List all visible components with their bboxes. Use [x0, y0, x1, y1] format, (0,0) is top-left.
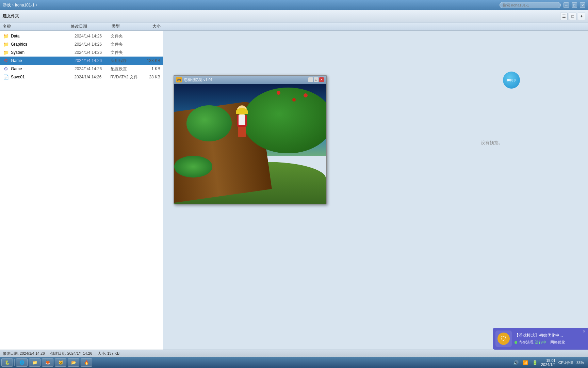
tray-icon-2: 📶 — [522, 359, 529, 366]
col-modified[interactable]: 修改日期 — [68, 24, 109, 29]
file-item-game-config[interactable]: ⚙ Game 2024/1/4 14:26 配置设置 1 KB — [0, 65, 163, 73]
file-meta-graphics: 2024/1/4 14:26 — [75, 42, 109, 47]
bush-left — [174, 156, 212, 177]
breadcrumb-games[interactable]: 游戏 — [3, 2, 11, 8]
breadcrumb-sep2: › — [36, 3, 37, 7]
tree-foliage-left — [186, 105, 232, 141]
file-meta-game-exe: 2024/1/4 14:26 — [75, 58, 109, 63]
search-input[interactable] — [500, 2, 561, 8]
game-titlebar: 🎮 恋檀偲忆偲 v1.01 ─ □ ✕ — [174, 76, 326, 84]
game-window-buttons: ─ □ ✕ — [308, 77, 324, 82]
file-type-game-exe: 应用程序 — [111, 58, 138, 64]
taskbar-app-ie[interactable]: 🌐 — [16, 358, 28, 367]
explorer-icon: 📂 — [71, 360, 76, 365]
memory-label: 内存清理 — [519, 340, 534, 345]
network-label: 网络优化 — [550, 340, 565, 345]
taskbar-app-game[interactable]: 🔥 — [81, 358, 92, 367]
view-list-button[interactable]: ☰ — [560, 13, 568, 20]
game-restore-button[interactable]: □ — [314, 77, 318, 82]
cpu-label: CPU余量 — [558, 360, 574, 365]
notification-network: 网络优化 — [550, 340, 565, 345]
breadcrumb-folder[interactable]: iroha101-1 — [15, 3, 34, 7]
col-name[interactable]: 名称 — [0, 24, 68, 29]
taskbar-app-explorer[interactable]: 📂 — [68, 358, 79, 367]
file-name-game-exe: Game — [11, 58, 72, 63]
column-headers: 名称 修改日期 类型 大小 — [0, 22, 588, 31]
taskbar-app-files[interactable]: 📁 — [29, 358, 40, 367]
file-meta-system: 2024/1/4 14:26 — [75, 50, 109, 55]
toolbar-right: ☰ □ ✦ — [560, 13, 585, 20]
taskbar-app-firefox[interactable]: 🦊 — [42, 358, 53, 367]
game-icon: 🔥 — [84, 360, 89, 365]
status-created: 创建日期: 2024/1/4 14:26 — [50, 351, 93, 356]
status-size: 大小: 137 KB — [98, 351, 119, 356]
title-bar-right: ─ □ ✕ — [500, 2, 585, 8]
notification-memory: 内存清理 进行中 — [514, 340, 546, 345]
clock-area: 15:01 2024/1/4 — [541, 358, 556, 367]
minimize-button[interactable]: ─ — [564, 2, 569, 8]
game-close-button[interactable]: ✕ — [319, 77, 324, 82]
game-window[interactable]: 🎮 恋檀偲忆偲 v1.01 ─ □ ✕ — [174, 75, 327, 204]
view-extra-button[interactable]: ✦ — [578, 13, 585, 20]
clock-time: 15:01 — [541, 358, 556, 363]
game-minimize-button[interactable]: ─ — [308, 77, 313, 82]
file-size-game-exe: 138 KB — [140, 58, 160, 63]
tray-icon-3: 🔋 — [532, 359, 538, 366]
file-item-system[interactable]: 📁 System 2024/1/4 14:26 文件夹 — [0, 48, 163, 57]
firefox-icon: 🦊 — [45, 360, 50, 365]
title-bar: 游戏 › iroha101-1 › ─ □ ✕ — [0, 0, 588, 10]
file-item-save01[interactable]: 📄 Save01 2024/1/4 14:26 RVDATA2 文件 28 KB — [0, 73, 163, 81]
col-size[interactable]: 大小 — [150, 24, 191, 29]
file-type-data: 文件夹 — [111, 33, 138, 39]
view-detail-button[interactable]: □ — [569, 13, 576, 20]
file-list-inner: 📁 Data 2024/1/4 14:26 文件夹 📁 Graphics 202… — [0, 31, 163, 82]
notification-icon-area: 🛡 — [495, 331, 512, 347]
status-bar: 修改日期: 2024/1/4 14:26 创建日期: 2024/1/4 14:2… — [0, 350, 588, 357]
config-icon: ⚙ — [3, 66, 9, 72]
breadcrumb-sep1: › — [12, 3, 14, 7]
no-preview-text: 没有预览。 — [481, 140, 503, 146]
tray-icon-1: 🔊 — [512, 359, 519, 366]
cpu-value: 33% — [576, 361, 584, 365]
file-name-graphics: Graphics — [11, 42, 72, 47]
close-button[interactable]: ✕ — [580, 2, 585, 8]
badge-360-icon: 🛡 — [497, 333, 510, 345]
status-modified: 修改日期: 2024/1/4 14:26 — [3, 351, 45, 356]
file-name-system: System — [11, 50, 72, 55]
file-item-game-exe[interactable]: ⚙ Game 2024/1/4 14:26 应用程序 138 KB — [0, 57, 163, 65]
toolbar: 建文件夹 ☰ □ ✦ — [0, 10, 588, 22]
taskbar: 🐍 🌐 📁 🦊 🐱 📂 🔥 🔊 📶 🔋 15:01 2024/1/4 CPU余量… — [0, 357, 588, 368]
memory-status-dot — [514, 341, 517, 344]
character — [232, 105, 252, 150]
memory-status: 进行中 — [535, 340, 546, 345]
notification-title: 【游戏模式】初始优化中... — [514, 333, 585, 338]
folder-icon-graphics: 📁 — [3, 41, 9, 47]
taskbar-right: 🔊 📶 🔋 15:01 2024/1/4 CPU余量 33% — [512, 358, 587, 367]
game-icon: 🎮 — [176, 77, 182, 82]
file-type-system: 文件夹 — [111, 50, 138, 56]
new-folder-button[interactable]: 建文件夹 — [3, 13, 19, 19]
taskbar-sep-1 — [14, 359, 15, 366]
snake-icon: 🐍 — [4, 360, 10, 365]
taskbar-app-cat[interactable]: 🐱 — [55, 358, 66, 367]
file-item-data[interactable]: 📁 Data 2024/1/4 14:26 文件夹 — [0, 32, 163, 40]
clock-date: 2024/1/4 — [541, 363, 556, 367]
file-item-graphics[interactable]: 📁 Graphics 2024/1/4 14:26 文件夹 — [0, 40, 163, 48]
exe-icon: ⚙ — [3, 58, 9, 64]
file-meta-data: 2024/1/4 14:26 — [75, 34, 109, 39]
file-name-game-config: Game — [11, 66, 72, 71]
file-type-save01: RVDATA2 文件 — [110, 74, 138, 80]
notification-close-button[interactable]: × — [583, 329, 585, 334]
cat-icon: 🐱 — [58, 360, 63, 365]
game-title: 恋檀偲忆偲 v1.01 — [184, 77, 306, 82]
taskbar-app-snake[interactable]: 🐍 — [1, 358, 13, 367]
restore-button[interactable]: □ — [572, 2, 577, 8]
file-list: 📁 Data 2024/1/4 14:26 文件夹 📁 Graphics 202… — [0, 31, 163, 357]
file-type-graphics: 文件夹 — [111, 42, 138, 47]
files-icon: 📁 — [32, 360, 37, 365]
blue-circle: 0000 — [503, 72, 520, 89]
data-icon: 📄 — [3, 74, 9, 80]
col-type[interactable]: 类型 — [109, 24, 150, 29]
notification-status-row: 内存清理 进行中 网络优化 — [514, 340, 585, 345]
file-size-game-config: 1 KB — [140, 66, 160, 71]
